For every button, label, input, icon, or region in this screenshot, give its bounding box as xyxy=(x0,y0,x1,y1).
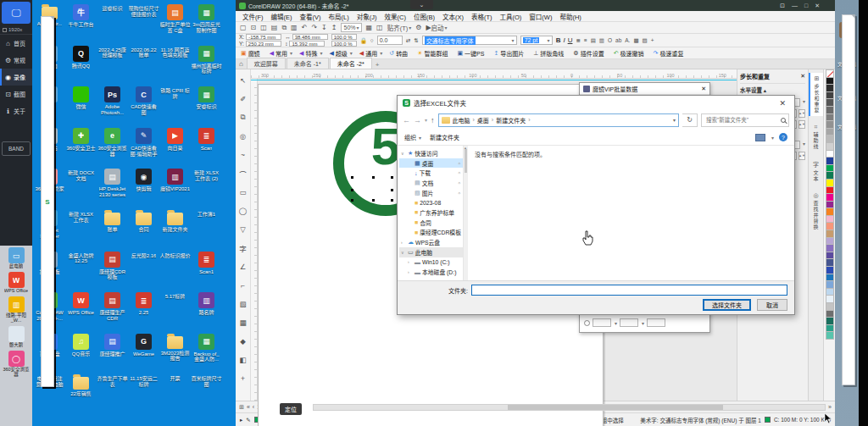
desktop-icon[interactable]: ▤ 康经理推广 xyxy=(97,331,128,373)
desktop-icon[interactable]: ▤ 临时生产单位置 C盘 xyxy=(159,2,191,43)
breadcrumb-item[interactable]: 此电脑› xyxy=(453,116,475,124)
recorder-resolution-row[interactable]: 1920x xyxy=(0,25,32,35)
breadcrumb-item[interactable]: 桌面› xyxy=(477,116,493,124)
left-strip-icon[interactable]: 憨大鹅 xyxy=(0,326,32,347)
desktop-icon[interactable]: ✎ CAD快速看图-编辑助手 xyxy=(128,125,159,167)
horizontal-text-icon[interactable]: ▨ xyxy=(643,37,648,44)
open-icon[interactable]: ⊡ xyxy=(251,24,257,32)
color-swatch[interactable] xyxy=(826,331,834,340)
bold-button[interactable]: B xyxy=(556,36,561,44)
selection-handle[interactable] xyxy=(391,199,393,202)
zoom-tool[interactable]: ◎ xyxy=(240,127,246,145)
tree-expander-icon[interactable]: ∨ xyxy=(401,250,406,255)
desktop-icon[interactable]: S 齐鲁生产下单表 xyxy=(97,372,128,413)
desktop-icon[interactable]: ▦ 3m四周反光膜制作图 xyxy=(191,2,222,43)
recorder-monitor-tile[interactable]: 🖵 xyxy=(2,2,31,24)
bullet-list-icon[interactable]: ≣ xyxy=(576,37,580,44)
forward-button[interactable]: → xyxy=(414,116,421,124)
desktop-icon[interactable]: ▤ HP DeskJet 2130 series xyxy=(97,166,128,207)
desktop-icon[interactable]: ▥ 路名牌 xyxy=(191,290,222,331)
desktop-icon[interactable]: S 5.17标牌 xyxy=(159,290,191,331)
recorder-home-item[interactable]: ⌂ 首页 xyxy=(0,35,32,52)
paste-icon[interactable]: ▥ xyxy=(291,24,298,32)
tree-item[interactable]: › ▬ Win10 (C:) xyxy=(399,257,463,268)
document-tab[interactable]: 未命名 -1* xyxy=(287,58,329,69)
drop-cap-icon[interactable]: ▥ xyxy=(599,37,604,44)
polygon-tool[interactable]: ▽ xyxy=(240,220,246,238)
tree-item[interactable]: ■ 合同 xyxy=(399,218,463,228)
desktop-icon[interactable]: ▦ 福州加黑临时标牌 xyxy=(191,43,222,85)
desktop-icon[interactable]: 新建文件夹 xyxy=(159,207,191,249)
up-button[interactable]: ↑ xyxy=(431,116,435,124)
spinner[interactable]: ▲▼ xyxy=(798,109,805,118)
tree-item[interactable]: ■ 广东养护标单 xyxy=(399,207,463,218)
edit-text-icon[interactable]: ab xyxy=(615,37,621,44)
docker-close-icon[interactable]: ✕ xyxy=(800,73,805,80)
recorder-record-item[interactable]: ◉ 录像 xyxy=(0,69,32,86)
tree-item[interactable]: ▦ 桌面 ✧ xyxy=(399,158,463,169)
imposition-marks-button[interactable]: ⊥ 拼版角线 xyxy=(533,49,566,58)
pick-tool[interactable]: ↖ xyxy=(240,71,246,89)
transparency-tool[interactable]: ▧ xyxy=(239,295,246,313)
menu-item[interactable]: 文件(F) xyxy=(242,12,264,21)
recorder-brand-button[interactable]: BAND xyxy=(2,141,31,156)
tree-item[interactable]: ▧ 图片 ✧ xyxy=(399,188,463,198)
left-strip-icon[interactable]: ▭ 此电脑 xyxy=(0,247,32,268)
left-strip-icon[interactable]: ▥ 线路-平阳_W... xyxy=(0,296,32,323)
tree-item[interactable]: ∨ ▭ 此电脑 xyxy=(399,247,463,257)
desktop-icon[interactable]: S 现购位标尺寸便捷报价表 (1... xyxy=(128,2,159,43)
plugin-special-menu[interactable]: ◀ 特殊 ▾ xyxy=(299,49,322,58)
maximize-button[interactable]: □ xyxy=(804,3,808,8)
left-strip-icon[interactable]: W WPS Office xyxy=(0,272,32,293)
search-input[interactable] xyxy=(704,116,779,124)
guideline[interactable] xyxy=(251,80,737,80)
collapsed-toolbar-tab[interactable]: ⌄ xyxy=(410,0,433,9)
smart-group-button[interactable]: ☀ 智能群组 xyxy=(417,49,450,58)
connector-tool[interactable]: ⌐ xyxy=(241,276,245,294)
desktop-icon[interactable]: ≣ Scan xyxy=(191,125,222,167)
docker-tab[interactable]: ◎ 查找并替换 xyxy=(809,190,823,233)
dialog-title-bar[interactable]: S 选择EXCEL文件夹 ✕ xyxy=(398,96,794,110)
shape-tool[interactable]: ✐ xyxy=(240,90,246,108)
horizontal-ruler[interactable]: 30025020015010050050100150 xyxy=(251,69,737,79)
desktop-icon[interactable]: S 11.16 网页蓝色填充模板 xyxy=(159,43,191,85)
eyedropper-tool[interactable]: ◆ xyxy=(240,332,246,350)
left-strip-icon[interactable]: ◯ 360安全浏览器 xyxy=(0,351,32,377)
more-options-icon[interactable]: + xyxy=(651,37,654,44)
desktop-icon[interactable]: ▤ 康经理生产 CDR xyxy=(97,290,128,331)
rotation-angle-field[interactable]: 0.0 xyxy=(377,36,403,45)
menu-item[interactable]: 文本(X) xyxy=(442,12,464,21)
help-icon[interactable]: ? xyxy=(779,133,787,141)
desktop-icon[interactable]: S 百米标牌尺寸图 xyxy=(191,372,222,413)
breadcrumb-item[interactable]: 新建文件夹› xyxy=(496,116,530,124)
selection-handle[interactable] xyxy=(351,199,353,202)
redo-icon[interactable]: ↷ xyxy=(311,24,317,32)
plugin-common-menu[interactable]: ◀ 常用 ▾ xyxy=(270,49,292,58)
menu-item[interactable]: 表格(T) xyxy=(471,12,492,21)
desktop-icon[interactable]: W WPS Office xyxy=(65,290,97,331)
desktop-icon[interactable]: ▦ 金盛人防牌 12.25 xyxy=(65,249,97,290)
recent-locations-icon[interactable]: ▾ xyxy=(425,117,427,123)
back-button[interactable]: ← xyxy=(403,116,410,124)
search-box[interactable] xyxy=(701,113,789,127)
menu-item[interactable]: 编辑(E) xyxy=(271,12,292,21)
interactive-fill-tool[interactable]: ◧ xyxy=(239,351,246,368)
columns-icon[interactable]: ▤ xyxy=(591,37,596,44)
document-tab[interactable]: 未命名 -2* xyxy=(330,58,372,69)
vertical-ruler[interactable] xyxy=(251,79,258,401)
desktop-icon[interactable]: S 人防标识报价 xyxy=(159,249,191,290)
italic-button[interactable]: I xyxy=(563,36,565,44)
dialog-close-button[interactable]: ✕ xyxy=(776,99,789,108)
desktop-icon[interactable]: ▶ 向日葵 xyxy=(159,125,191,167)
crop-tool[interactable]: ⧉ xyxy=(240,108,245,126)
docker-section-header[interactable]: 水平设置 ▴ xyxy=(740,83,805,96)
object-width-field[interactable]: 38.486 mm xyxy=(292,34,328,40)
desktop-icon[interactable]: 账单 xyxy=(97,207,128,249)
outline-icon[interactable]: O xyxy=(608,37,612,44)
desktop-icon[interactable]: ◉ 快剪辑 xyxy=(128,166,159,207)
docker-tab[interactable]: ⊞ 步长和重复 xyxy=(809,73,823,116)
x-position-field[interactable]: -158.75 mm xyxy=(246,34,281,40)
selection-handle[interactable] xyxy=(351,176,353,179)
desktop-icon[interactable]: ▤ 康经理CDR 模板 xyxy=(97,249,128,290)
desktop-icon[interactable]: ▦ 11.15安远二标牌 xyxy=(128,372,159,413)
